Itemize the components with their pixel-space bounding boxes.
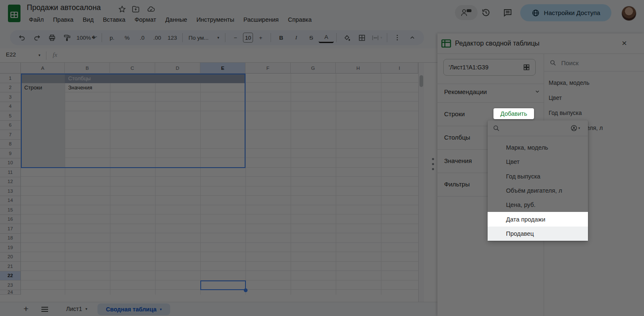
dropdown-item-6[interactable]: Дата продажи: [488, 212, 588, 226]
dim-overlay: [0, 0, 644, 316]
add-rows-button[interactable]: Добавить: [493, 108, 534, 119]
dropdown-item-7[interactable]: Продавец: [488, 227, 588, 241]
spreadsheet-app: Продажи автосалона ФайлПравкаВидВставкаФ…: [0, 0, 644, 316]
